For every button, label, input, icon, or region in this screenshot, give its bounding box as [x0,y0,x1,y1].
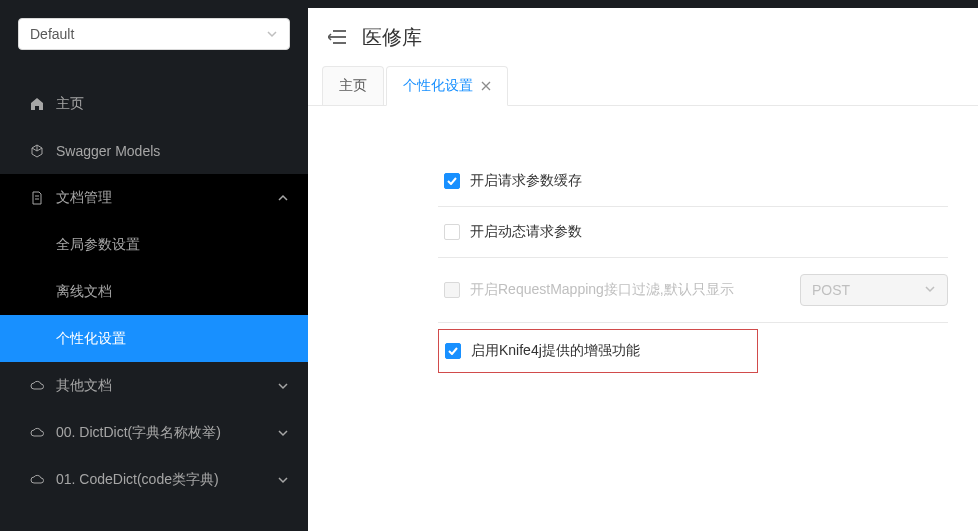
submenu-label: 个性化设置 [56,330,126,348]
menu-label: 其他文档 [56,377,278,395]
setting-label: 开启动态请求参数 [470,223,582,241]
menu-label: 01. CodeDict(code类字典) [56,471,278,489]
main-header: 医修库 [308,8,978,66]
http-method-select[interactable]: POST [800,274,948,306]
cube-icon [30,144,44,158]
selector-wrap: Default [0,8,308,60]
submenu-item-personalization[interactable]: 个性化设置 [0,315,308,362]
close-icon[interactable] [481,81,491,91]
cloud-icon [30,473,44,487]
tab-home[interactable]: 主页 [322,66,384,105]
sidebar-item-swagger-models[interactable]: Swagger Models [0,127,308,174]
checkbox-dynamic-params[interactable] [444,224,460,240]
chevron-up-icon [278,193,288,203]
menu-label: 主页 [56,95,288,113]
chevron-down-icon [278,428,288,438]
cloud-icon [30,426,44,440]
sidebar-collapse-button[interactable] [328,28,346,46]
checkbox-request-mapping-filter[interactable] [444,282,460,298]
setting-label: 启用Knife4j提供的增强功能 [471,342,640,360]
setting-label: 开启RequestMapping接口过滤,默认只显示 [470,281,734,299]
setting-cache-params: 开启请求参数缓存 [438,156,948,207]
chevron-down-icon [278,381,288,391]
chevron-down-icon [266,28,278,40]
menu-label: Swagger Models [56,143,288,159]
main-content: 医修库 主页 个性化设置 开启请求参数缓存 [308,8,978,531]
submenu-label: 全局参数设置 [56,236,140,254]
cloud-icon [30,379,44,393]
sidebar-item-dictdict[interactable]: 00. DictDict(字典名称枚举) [0,409,308,456]
chevron-down-icon [924,282,936,298]
select-value: POST [812,282,850,298]
checkbox-cache-params[interactable] [444,173,460,189]
chevron-down-icon [278,475,288,485]
menu-fold-icon [328,30,346,44]
tab-personalization[interactable]: 个性化设置 [386,66,508,106]
sidebar-menu: 主页 Swagger Models 文档管理 全局参数设置 [0,60,308,531]
settings-content: 开启请求参数缓存 开启动态请求参数 开启RequestMapping接口过滤,默… [308,106,978,531]
setting-dynamic-params: 开启动态请求参数 [438,207,948,258]
checkbox-knife4j-enhance[interactable] [445,343,461,359]
sidebar-item-doc-manage[interactable]: 文档管理 [0,174,308,221]
menu-label: 00. DictDict(字典名称枚举) [56,424,278,442]
submenu-doc-manage: 全局参数设置 离线文档 个性化设置 [0,221,308,362]
submenu-item-offline-doc[interactable]: 离线文档 [0,268,308,315]
api-selector[interactable]: Default [18,18,290,50]
selector-value: Default [30,26,74,42]
document-icon [30,191,44,205]
tab-label: 主页 [339,77,367,95]
top-bar [0,0,978,8]
submenu-label: 离线文档 [56,283,112,301]
setting-label: 开启请求参数缓存 [470,172,582,190]
submenu-item-global-params[interactable]: 全局参数设置 [0,221,308,268]
setting-knife4j-enhance: 启用Knife4j提供的增强功能 [438,329,758,373]
tab-label: 个性化设置 [403,77,473,95]
sidebar: Default 主页 Swagger Models [0,8,308,531]
sidebar-item-home[interactable]: 主页 [0,80,308,127]
tabs-bar: 主页 个性化设置 [308,66,978,106]
menu-label: 文档管理 [56,189,278,207]
app-container: Default 主页 Swagger Models [0,8,978,531]
sidebar-item-codedict[interactable]: 01. CodeDict(code类字典) [0,456,308,503]
home-icon [30,97,44,111]
setting-request-mapping-filter: 开启RequestMapping接口过滤,默认只显示 POST [438,258,948,323]
sidebar-item-other-doc[interactable]: 其他文档 [0,362,308,409]
page-title: 医修库 [362,24,422,51]
